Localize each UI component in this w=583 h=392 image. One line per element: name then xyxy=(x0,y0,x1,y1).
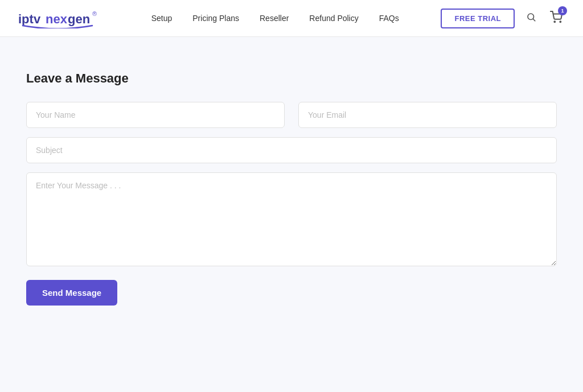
form-title: Leave a Message xyxy=(26,71,557,86)
main-content: Leave a Message Send Message xyxy=(13,37,570,340)
search-icon xyxy=(526,12,536,25)
nav-reseller[interactable]: Reseller xyxy=(260,14,289,23)
logo[interactable]: iptv nex gen ® xyxy=(18,8,109,28)
site-header: iptv nex gen ® Setup Pricing Plans Resel… xyxy=(0,0,583,37)
name-input[interactable] xyxy=(26,102,285,128)
svg-text:iptv: iptv xyxy=(18,12,41,26)
free-trial-button[interactable]: FREE TRIAL xyxy=(441,9,515,28)
main-nav: Setup Pricing Plans Reseller Refund Poli… xyxy=(151,14,399,23)
nav-pricing-plans[interactable]: Pricing Plans xyxy=(192,14,239,23)
cart-badge: 1 xyxy=(558,6,567,15)
svg-text:gen: gen xyxy=(68,12,90,26)
svg-point-7 xyxy=(560,21,561,22)
search-button[interactable] xyxy=(524,10,539,27)
subject-group xyxy=(26,137,557,163)
email-input[interactable] xyxy=(298,102,557,128)
name-group xyxy=(26,102,285,128)
nav-refund-policy[interactable]: Refund Policy xyxy=(309,14,358,23)
svg-line-5 xyxy=(533,19,535,20)
subject-input[interactable] xyxy=(26,137,557,163)
message-textarea[interactable] xyxy=(26,172,557,266)
email-group xyxy=(298,102,557,128)
cart-button[interactable]: 1 xyxy=(548,9,565,28)
send-message-button[interactable]: Send Message xyxy=(26,280,117,306)
name-email-row xyxy=(26,102,557,137)
nav-faqs[interactable]: FAQs xyxy=(379,14,399,23)
message-group xyxy=(26,172,557,266)
svg-point-6 xyxy=(554,21,555,22)
svg-text:nex: nex xyxy=(46,12,68,26)
svg-text:®: ® xyxy=(92,10,97,17)
contact-form: Send Message xyxy=(26,102,557,306)
header-actions: FREE TRIAL 1 xyxy=(441,9,565,28)
logo-svg: iptv nex gen ® xyxy=(18,8,109,28)
nav-setup[interactable]: Setup xyxy=(151,14,173,23)
